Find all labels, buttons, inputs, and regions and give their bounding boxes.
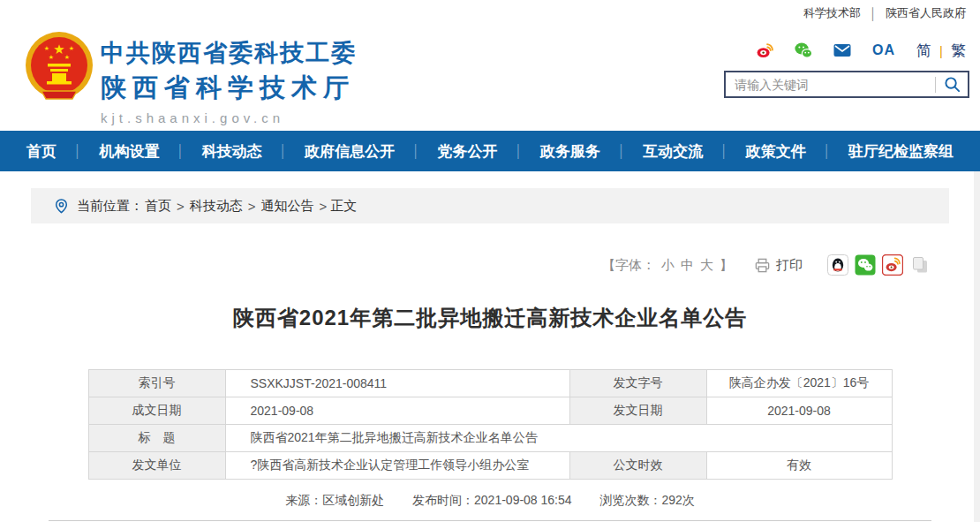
doc-number-label-cell: 发文字号 [569,370,706,397]
link-ministry-of-science[interactable]: 科学技术部 [803,5,861,21]
publish-time-value: 2021-09-08 16:54 [474,493,572,507]
breadcrumb-current: 正文 [330,198,357,215]
title-value-cell: 陕西省2021年第二批异地搬迁高新技术企业名单公告 [225,425,892,452]
link-shaanxi-gov[interactable]: 陕西省人民政府 [886,5,966,21]
wechat-share-icon[interactable] [855,254,876,276]
svg-text:★: ★ [64,54,70,60]
print-label: 打印 [776,257,803,274]
breadcrumb-notices[interactable]: 通知公告 [261,198,314,215]
table-row: 标 题 陕西省2021年第二批异地搬迁高新技术企业名单公告 [88,425,892,452]
svg-text:★: ★ [69,45,74,51]
qq-share-icon[interactable] [827,254,848,276]
nav-separator: │ [177,144,185,158]
wechat-icon[interactable] [795,42,812,59]
search-button[interactable] [936,72,968,96]
table-row: 成文日期 2021-09-08 发文日期 2021-09-08 [88,397,892,425]
search-input[interactable] [726,72,935,96]
issue-date-label-cell: 发文日期 [569,397,706,425]
svg-text:★: ★ [49,54,54,60]
svg-text:★: ★ [53,42,64,57]
breadcrumb-separator: > [248,199,256,214]
weibo-icon[interactable] [756,42,773,59]
top-link-bar: 科学技术部 │ 陕西省人民政府 [0,0,980,26]
views-group: 浏览次数：292次 [599,493,694,507]
nav-separator: │ [280,144,288,158]
article-toolbar: 【字体： 小 中 大 】 打印 [0,253,980,276]
main-navigation: 首页 │ 机构设置 │ 科技动态 │ 政府信息公开 │ 党务公开 │ 政务服务 … [0,131,980,171]
issuing-unit-label-cell: 发文单位 [88,452,225,480]
page-scrollbar[interactable] [974,171,980,522]
source-group: 来源：区域创新处 [285,493,384,507]
site-domain: kjt.shaanxi.gov.cn [101,110,357,125]
nav-item-policy-documents[interactable]: 政策文件 [746,141,806,162]
nav-item-discipline-inspection[interactable]: 驻厅纪检监察组 [848,141,954,162]
nav-item-gov-info-disclosure[interactable]: 政府信息公开 [305,141,395,162]
national-emblem-logo[interactable]: ★ ★ ★ ★ ★ [22,30,96,104]
views-label: 浏览次数： [599,493,661,507]
svg-text:★: ★ [44,45,49,51]
index-label-cell: 索引号 [88,370,225,397]
views-value: 292次 [661,493,694,507]
title-label-cell: 标 题 [88,425,225,452]
document-info-table: 索引号 SSXKJJST-2021-008411 发文字号 陕高企办发〔2021… [88,369,893,480]
written-date-label-cell: 成文日期 [88,397,225,425]
font-control-suffix: 】 [720,257,733,274]
breadcrumb-label: 当前位置： [77,198,143,215]
nav-item-organization[interactable]: 机构设置 [99,141,159,162]
nav-separator: │ [412,144,420,158]
breadcrumb: 当前位置： 首页 > 科技动态 > 通知公告 > 正文 [31,188,949,223]
oa-icon[interactable]: OA [872,42,895,58]
article-title: 陕西省2021年第二批异地搬迁高新技术企业名单公告 [0,304,980,332]
written-date-value-cell: 2021-09-08 [225,397,569,425]
language-switch: 简 | 繁 [916,41,966,61]
font-small-button[interactable]: 小 [661,257,675,274]
nav-separator: │ [74,144,82,158]
table-row: 索引号 SSXKJJST-2021-008411 发文字号 陕高企办发〔2021… [88,370,892,397]
table-row: 发文单位 ?陕西省高新技术企业认定管理工作领导小组办公室 公文时效 有效 [88,452,892,480]
site-header: ★ ★ ★ ★ ★ 中共陕西省委科技工委 陕西省科学技术厅 kjt.shaanx… [0,26,980,131]
nav-separator: │ [515,144,523,158]
org-name-line1: 中共陕西省委科技工委 [101,37,357,69]
breadcrumb-separator: > [177,199,185,214]
article-meta: 来源：区域创新处 发布时间：2021-09-08 16:54 浏览次数：292次 [0,493,980,509]
issuing-unit-value-cell: ?陕西省高新技术企业认定管理工作领导小组办公室 [225,452,569,480]
weibo-share-icon[interactable] [882,254,903,276]
nav-item-gov-services[interactable]: 政务服务 [540,141,600,162]
mail-icon[interactable] [833,42,851,59]
nav-item-party-affairs[interactable]: 党务公开 [438,141,498,162]
publish-time-group: 发布时间：2021-09-08 16:54 [412,493,572,507]
nav-item-home[interactable]: 首页 [26,141,57,162]
validity-label-cell: 公文时效 [569,452,706,480]
location-pin-icon [54,199,69,214]
font-medium-button[interactable]: 中 [681,257,694,274]
validity-value-cell: 有效 [706,452,892,480]
topbar-separator: │ [870,7,877,20]
header-quick-links: OA 简 | 繁 [756,41,966,60]
copy-share-icon[interactable] [909,254,931,276]
breadcrumb-sci-tech-news[interactable]: 科技动态 [190,198,243,215]
issue-date-value-cell: 2021-09-08 [706,397,892,425]
share-buttons [827,254,931,276]
org-name-line2: 陕西省科学技术厅 [101,71,357,106]
breadcrumb-separator: > [320,199,328,214]
font-control-prefix: 【字体： [602,257,655,274]
nav-separator: │ [618,144,626,158]
publish-time-label: 发布时间： [412,493,474,507]
breadcrumb-home[interactable]: 首页 [145,198,171,215]
source-label: 来源： [285,493,322,507]
lang-traditional-toggle[interactable]: 繁 [951,41,966,61]
lang-separator: | [939,43,943,58]
source-value: 区域创新处 [322,493,384,507]
lang-simplified-toggle[interactable]: 简 [916,41,931,61]
nav-item-interaction[interactable]: 互动交流 [643,141,703,162]
bottom-divider [49,520,931,521]
nav-separator: │ [720,144,728,158]
search-icon [944,76,961,93]
printer-icon [754,257,771,274]
font-size-control: 【字体： 小 中 大 】 [602,257,733,274]
site-identity: 中共陕西省委科技工委 陕西省科学技术厅 kjt.shaanxi.gov.cn [101,37,357,125]
nav-item-sci-tech-news[interactable]: 科技动态 [202,141,262,162]
font-large-button[interactable]: 大 [700,257,713,274]
print-button[interactable]: 打印 [754,257,803,274]
doc-number-value-cell: 陕高企办发〔2021〕16号 [706,370,892,397]
